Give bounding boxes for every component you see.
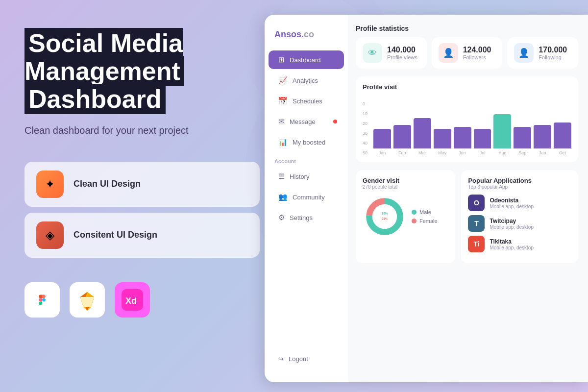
logout-button[interactable]: ↪ Logout [269,350,344,368]
followers-label: Followers [463,54,491,60]
apps-subtitle: Top 3 popular App [468,184,571,190]
dashboard-icon: ⊞ [278,55,285,64]
bar-month-label: Aug [498,150,506,155]
sidebar-item-settings[interactable]: ⚙ Settings [269,208,344,227]
sidebar-item-history[interactable]: ☰ History [269,167,344,186]
bar-month-label: Sep [518,150,526,155]
svg-text:Xd: Xd [125,296,137,306]
views-label: Profile views [387,54,417,60]
main-content: Profile statistics 👁 140.000 Profile vie… [348,15,588,382]
message-badge [333,120,337,123]
svg-text:76%: 76% [382,212,388,215]
app-name-twitcipay: Twitcipay [490,218,534,224]
app-list: OOdeonistaMobile app, desktopTTwitcipayM… [468,195,571,252]
dashboard-panel: Ansos.co ⊞ Dashboard 📈 Analytics 📅 Sched… [265,15,588,382]
feature-icon-consistent: ◈ [36,221,64,249]
bar-May: May [434,129,451,155]
sidebar: Ansos.co ⊞ Dashboard 📈 Analytics 📅 Sched… [265,15,348,382]
sidebar-logo: Ansos.co [265,24,348,49]
popular-apps-section: Popular Applications Top 3 popular App O… [461,170,578,263]
message-icon: ✉ [278,117,285,126]
bar-Oct: Oct [554,122,571,155]
feature-card-clean: ✦ Clean UI Design [24,162,260,207]
bar-Jul: Jul [474,129,491,155]
svg-text:24%: 24% [382,217,388,220]
feature-cards: ✦ Clean UI Design ◈ Consitent UI Design [24,162,260,258]
community-icon: 👥 [278,193,288,201]
app-item-tikitaka: TiTikitakaMobile app, desktop [468,236,571,252]
bar-Mar: Mar [414,118,431,155]
following-value: 170.000 [539,46,567,54]
bar-Aug: Aug [493,114,511,155]
bar-month-label: Mar [418,150,426,155]
app-name-odeonista: Odeonista [490,197,534,204]
bar-Jan: Jan [534,125,551,155]
schedules-icon: 📅 [278,97,288,105]
feature-label-clean: Clean UI Design [74,179,141,189]
xd-icon: Xd [115,282,150,318]
account-section-label: Account [265,152,348,166]
myboosted-icon: 📊 [278,138,288,147]
sidebar-item-message[interactable]: ✉ Message [269,112,344,131]
donut-container: 76% 24% Male Female [363,195,448,239]
sidebar-item-dashboard[interactable]: ⊞ Dashboard [269,50,344,69]
bar-fill [474,129,491,148]
bar-Sep: Sep [514,127,531,155]
stat-card-views: 👁 140.000 Profile views [356,37,427,69]
apps-title: Popular Applications [468,177,571,184]
donut-chart: 76% 24% [363,195,407,239]
sidebar-item-schedules[interactable]: 📅 Schedules [269,92,344,110]
profile-visit-section: Profile visit 50 40 30 20 10 0 JanFebMar… [356,76,578,162]
gender-subtitle: 270 people total [363,184,448,190]
history-icon: ☰ [278,172,285,181]
bar-fill [434,129,451,148]
app-desc-odeonista: Mobile app, desktop [490,204,534,209]
bar-fill [493,114,511,148]
bar-month-label: May [438,150,446,155]
bar-fill [514,127,531,148]
app-desc-twitcipay: Mobile app, desktop [490,224,534,230]
legend-male: Male [412,209,438,215]
feature-card-consistent: ◈ Consitent UI Design [24,213,260,258]
bars-container: JanFebMarMayJunJulAugSepJanOct [373,101,571,155]
gender-visit-section: Gender visit 270 people total 76% 24% [356,170,455,263]
left-panel: Social Media Management Dashboard Clean … [0,0,284,392]
stat-card-following: 👤 170.000 Following [507,37,578,69]
sidebar-item-myboosted[interactable]: 📊 My boosted [269,133,344,151]
sidebar-item-analytics[interactable]: 📈 Analytics [269,71,344,90]
followers-value: 124.000 [463,46,491,54]
profile-visit-title: Profile visit [363,83,571,91]
legend-female: Female [412,218,438,224]
app-name-tikitaka: Tikitaka [490,238,534,245]
tool-icons: Xd [24,282,260,318]
main-title: Social Media Management Dashboard [24,29,260,114]
bar-fill [393,125,411,148]
donut-legend: Male Female [412,209,438,224]
app-item-odeonista: OOdeonistaMobile app, desktop [468,195,571,211]
views-value: 140.000 [387,46,417,54]
bar-fill [534,125,551,148]
bar-Jan: Jan [373,129,391,155]
profile-stats-section: Profile statistics 👁 140.000 Profile vie… [356,24,578,69]
bar-fill [554,122,571,148]
bottom-row: Gender visit 270 people total 76% 24% [356,170,578,263]
bar-month-label: Oct [559,150,566,155]
svg-point-4 [375,207,394,226]
sidebar-bottom: ↪ Logout [265,345,348,372]
app-item-twitcipay: TTwitcipayMobile app, desktop [468,215,571,232]
app-icon-odeonista: O [468,195,485,211]
bar-Feb: Feb [393,125,411,155]
app-desc-tikitaka: Mobile app, desktop [490,245,534,250]
logo-brand: Ansos [274,29,301,39]
sidebar-item-community[interactable]: 👥 Community [269,188,344,206]
profile-stats-title: Profile statistics [356,24,578,32]
feature-icon-clean: ✦ [36,171,64,198]
logout-icon: ↪ [278,355,284,363]
app-icon-tikitaka: Ti [468,236,485,252]
analytics-icon: 📈 [278,76,288,85]
bar-fill [373,129,391,148]
sketch-icon [70,282,105,318]
figma-icon [24,282,60,318]
feature-label-consistent: Consitent UI Design [74,230,157,240]
settings-icon: ⚙ [278,213,285,222]
